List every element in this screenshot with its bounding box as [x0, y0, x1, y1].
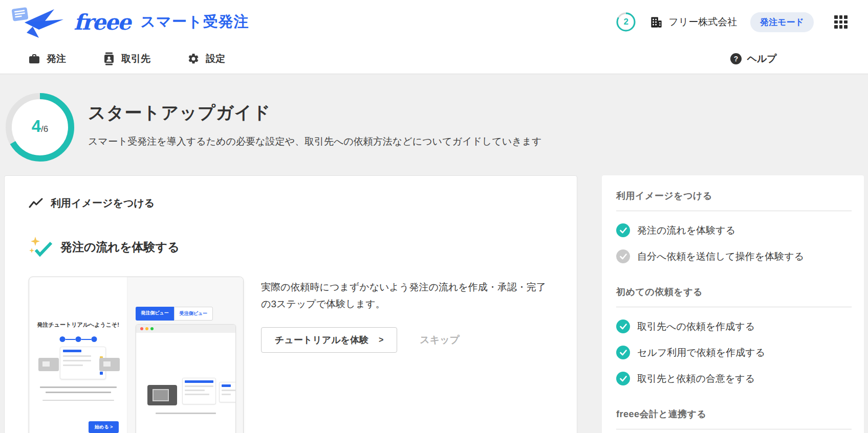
laptop-graphic — [38, 358, 59, 371]
guide-step-card: 利用イメージをつける 発注の流れを体験する 発注チュートリアルへようこそ! — [4, 175, 577, 433]
task-description: 実際の依頼時につまずかないよう発注の流れを作成・承認・完了の3ステップで体験しま… — [261, 279, 552, 313]
nav-item-settings[interactable]: 設定 — [187, 52, 225, 65]
page-description: スマート受発注を導入するための必要な設定や、取引先への依頼方法などについてガイド… — [88, 135, 541, 148]
contact-card-icon — [103, 52, 115, 65]
checklist-item[interactable]: 自分へ依頼を送信して操作を体験する — [616, 249, 852, 263]
mode-badge: 発注モード — [750, 12, 814, 32]
header-right-cluster: 2 フリー株式会社 発注モード — [616, 12, 848, 32]
product-name: スマート受発注 — [140, 12, 249, 32]
company-selector[interactable]: フリー株式会社 — [649, 15, 737, 29]
stepper-graphic — [59, 336, 97, 342]
app-page: freee スマート受発注 2 — [0, 0, 868, 433]
nav-label: 取引先 — [121, 52, 150, 65]
help-link[interactable]: ? ヘルプ — [730, 52, 777, 65]
building-icon — [649, 15, 663, 29]
divider — [616, 211, 852, 211]
nav-label: 発注 — [47, 52, 66, 65]
checklist-item[interactable]: セルフ利用で依頼を作成する — [616, 346, 852, 359]
guide-progress-badge[interactable]: 2 — [616, 12, 636, 32]
checklist-item[interactable]: 取引先への依頼を作成する — [616, 320, 852, 333]
checklist-section-title: freee会計と連携する — [616, 408, 852, 420]
main-nav: 発注 取引先 設定 ? ヘルプ — [0, 44, 868, 74]
check-done-icon — [616, 346, 630, 359]
skip-button[interactable]: スキップ — [420, 333, 460, 347]
task-title: 発注の流れを体験する — [60, 239, 180, 255]
nav-item-partners[interactable]: 取引先 — [103, 52, 150, 65]
checklist-item-label: セルフ利用で依頼を作成する — [637, 346, 765, 359]
guide-checklist-sidebar: 利用イメージをつける 発注の流れを体験する 自分へ依頼を送信して操作を体験する … — [602, 175, 864, 433]
checklist-item-label: 取引先への依頼を作成する — [637, 320, 755, 333]
checklist-item-label: 取引先と依頼の合意をする — [637, 372, 755, 385]
check-done-icon — [616, 320, 630, 333]
start-tutorial-button[interactable]: チュートリアルを体験 > — [261, 327, 397, 353]
check-done-icon — [616, 372, 630, 385]
briefcase-icon — [28, 53, 40, 65]
apps-grid-icon[interactable] — [834, 15, 848, 29]
product-script-name: freee — [74, 10, 130, 35]
thumbnail-tab-receiver: 受注側ビュー — [174, 307, 213, 321]
help-icon: ? — [730, 53, 742, 65]
notification-count: 2 — [616, 12, 636, 32]
thumbnail-preview-pane: 発注側ビュー 受注側ビュー — [127, 277, 243, 433]
sparkle-check-icon — [29, 236, 53, 258]
checklist-item[interactable]: 取引先と依頼の合意をする — [616, 372, 852, 385]
freee-swallow-logo-icon — [10, 6, 68, 38]
progress-current: 4 — [32, 118, 41, 134]
checklist-item-label: 自分へ依頼を送信して操作を体験する — [637, 250, 804, 263]
help-label: ヘルプ — [747, 52, 777, 65]
section-title: 利用イメージをつける — [51, 196, 155, 210]
thumbnail-start-button: 始める > — [89, 421, 119, 433]
company-name: フリー株式会社 — [668, 15, 737, 29]
nav-item-orders[interactable]: 発注 — [28, 52, 66, 65]
svg-text:?: ? — [733, 55, 738, 63]
app-logo[interactable]: freee スマート受発注 — [10, 6, 249, 38]
laptop-graphic — [99, 358, 120, 371]
checklist-item-label: 発注の流れを体験する — [637, 224, 735, 237]
guide-header: 4 /6 スタートアップガイド スマート受発注を導入するための必要な設定や、取引… — [0, 74, 868, 175]
thumbnail-welcome-title: 発注チュートリアルへようこそ! — [29, 321, 127, 329]
checklist-section-title: 利用イメージをつける — [616, 190, 852, 202]
divider — [616, 429, 852, 429]
thumbnail-welcome-pane: 発注チュートリアルへようこそ! — [29, 277, 127, 433]
check-done-icon — [616, 223, 630, 237]
content-area: 利用イメージをつける 発注の流れを体験する 発注チュートリアルへようこそ! — [0, 175, 868, 433]
tutorial-thumbnail: 発注チュートリアルへようこそ! — [29, 277, 244, 433]
trend-line-icon — [29, 197, 43, 210]
divider — [616, 307, 852, 307]
guide-progress-ring: 4 /6 — [5, 93, 75, 162]
page-title: スタートアップガイド — [88, 101, 541, 125]
checklist-section-title: 初めての依頼をする — [616, 286, 852, 298]
check-todo-icon — [616, 249, 630, 263]
thumbnail-tab-orderer: 発注側ビュー — [136, 307, 173, 321]
app-header: freee スマート受発注 2 — [0, 0, 868, 44]
browser-mock-graphic — [136, 324, 236, 433]
progress-total: /6 — [41, 125, 48, 133]
chevron-right-icon: > — [379, 335, 383, 345]
gear-icon — [187, 53, 200, 65]
nav-label: 設定 — [206, 52, 225, 65]
checklist-item[interactable]: 発注の流れを体験する — [616, 223, 852, 237]
